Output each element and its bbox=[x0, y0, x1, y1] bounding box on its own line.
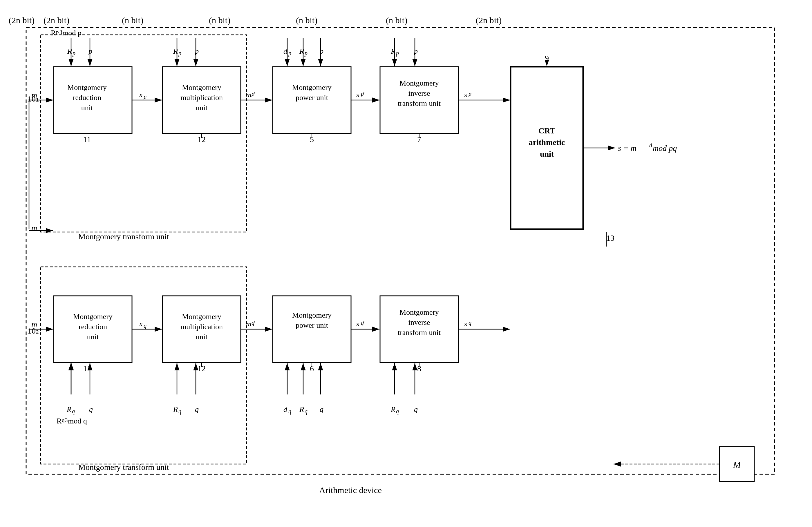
label-xq-sub: q bbox=[144, 323, 146, 329]
inverse-bot-label3: transform unit bbox=[398, 328, 441, 337]
multiplication-bot-label: Montgomery bbox=[182, 312, 221, 321]
crt-label3: unit bbox=[540, 149, 554, 158]
label-rp-top-red-sub: p bbox=[72, 50, 75, 57]
label-rq3-bot-sub: q bbox=[62, 417, 65, 423]
bit-label-2n-left1: (2n bit) bbox=[9, 15, 34, 25]
label-rp-top-inv: R bbox=[391, 47, 395, 55]
reduction-top-label3: unit bbox=[81, 104, 93, 112]
label-sq-prime-apos: ' bbox=[363, 320, 365, 328]
label-M: M bbox=[733, 459, 741, 470]
label-dp-top-sub: p bbox=[288, 50, 291, 57]
label-sq-prime: s bbox=[356, 320, 359, 328]
label-dp-top: d bbox=[284, 47, 288, 55]
multiplication-top-label: Montgomery bbox=[182, 83, 221, 92]
multiplication-top-label3: unit bbox=[196, 104, 208, 112]
crt-unit bbox=[511, 67, 583, 229]
label-mp-prime-apos: ' bbox=[254, 90, 256, 99]
label-rq-bot-pow-sub: q bbox=[305, 408, 307, 415]
diagram-container: (2n bit) (2n bit) (n bit) (n bit) (n bit… bbox=[0, 0, 812, 527]
reduction-bot-label2: reduction bbox=[78, 323, 107, 331]
label-q-bot-pow: q bbox=[320, 405, 323, 414]
label-rq-bot-mult-sub: q bbox=[178, 408, 181, 415]
label-rp-top-mult: R bbox=[173, 47, 178, 55]
label-output-exp: d bbox=[649, 142, 652, 148]
label-q-bot-inv: q bbox=[414, 405, 418, 414]
label-rq-bot-inv: R bbox=[391, 405, 395, 414]
label-mq-prime: m bbox=[246, 320, 251, 328]
label-q-bot-mult: q bbox=[195, 405, 199, 414]
label-transform-bot: Montgomery transform unit bbox=[78, 463, 169, 472]
label-rq3-bot: R bbox=[57, 417, 62, 425]
label-rp-top-inv-sub: p bbox=[395, 50, 399, 57]
label-xp: x bbox=[139, 90, 143, 99]
label-rq-bot-mult: R bbox=[173, 405, 178, 414]
bit-label-2n-left2: (2n bit) bbox=[44, 15, 69, 25]
label-rq3-bot-mod: mod q bbox=[68, 417, 87, 425]
num-13: 13 bbox=[606, 233, 614, 243]
label-mq-prime-apos: ' bbox=[254, 320, 256, 328]
label-xp-sub: p bbox=[143, 93, 146, 100]
power-bot-label: Montgomery bbox=[292, 311, 332, 319]
inverse-bot-label2: inverse bbox=[408, 318, 430, 326]
reduction-top-label: Montgomery bbox=[67, 83, 107, 92]
label-rq-bot-inv-sub: q bbox=[396, 408, 399, 415]
label-rp-top-pow: R bbox=[299, 47, 304, 55]
label-p-top-red: p bbox=[88, 47, 92, 55]
bit-label-n2: (n bit) bbox=[209, 15, 230, 25]
label-sp-prime-apos: ' bbox=[363, 90, 365, 99]
reduction-bot-label3: unit bbox=[87, 333, 99, 341]
label-xq: x bbox=[139, 320, 143, 328]
label-rp3-top: R bbox=[51, 29, 56, 37]
inverse-top-label: Montgomery bbox=[400, 79, 439, 87]
crt-label2: arithmetic bbox=[529, 138, 565, 147]
label-rp3-top-mod: mod p bbox=[62, 29, 82, 37]
label-transform-top: Montgomery transform unit bbox=[78, 232, 169, 241]
power-top-label: Montgomery bbox=[292, 83, 332, 92]
label-rp3-top-exp: 3 bbox=[59, 29, 62, 35]
label-mp-prime: m bbox=[246, 90, 251, 99]
label-m-bot: m bbox=[31, 320, 37, 329]
label-sp: s bbox=[464, 90, 467, 99]
label-rp3-top-sub: p bbox=[56, 29, 59, 35]
label-q-bot-red: q bbox=[89, 405, 93, 414]
inverse-top-label3: transform unit bbox=[398, 99, 441, 107]
inverse-bot-label: Montgomery bbox=[400, 308, 439, 317]
num-9: 9 bbox=[545, 54, 549, 63]
label-sp-prime: s bbox=[356, 90, 359, 99]
label-arithmetic-device: Arithmetic device bbox=[319, 485, 382, 495]
reduction-bot-label: Montgomery bbox=[73, 312, 113, 321]
label-p-top-inv: p bbox=[414, 47, 418, 55]
label-dq-bot-pow-sub: q bbox=[288, 408, 291, 415]
crt-label1: CRT bbox=[538, 126, 555, 135]
label-p-top-pow: p bbox=[319, 47, 323, 55]
label-m-left-top: m bbox=[31, 91, 37, 100]
label-rp-top-red: R bbox=[67, 47, 72, 55]
power-top-label2: power unit bbox=[295, 93, 329, 102]
label-rp-top-mult-sub: p bbox=[178, 50, 181, 57]
label-sp-sub: p bbox=[468, 90, 472, 97]
label-rq-bot-red-sub: q bbox=[72, 408, 75, 415]
label-rq-bot-red: R bbox=[67, 405, 71, 414]
label-output: s = m bbox=[618, 144, 637, 152]
power-bot-label2: power unit bbox=[295, 321, 329, 330]
multiplication-bot-label3: unit bbox=[196, 333, 208, 341]
multiplication-top-label2: multiplication bbox=[180, 93, 223, 102]
bit-label-n4: (n bit) bbox=[386, 15, 407, 25]
label-rq3-bot-exp: 3 bbox=[65, 417, 68, 423]
label-m-mid: m bbox=[31, 223, 37, 232]
bit-label-n3: (n bit) bbox=[296, 15, 317, 25]
label-p-top-mult: p bbox=[194, 47, 199, 55]
label-sq: s bbox=[464, 320, 467, 328]
label-rq-bot-pow: R bbox=[299, 405, 304, 414]
inverse-top-label2: inverse bbox=[408, 89, 430, 98]
label-rp-top-pow-sub: p bbox=[304, 50, 307, 57]
label-output-mod: mod pq bbox=[653, 144, 677, 152]
bit-label-2n-right: (2n bit) bbox=[476, 15, 502, 25]
bit-label-n1: (n bit) bbox=[122, 15, 143, 25]
reduction-top-label2: reduction bbox=[73, 93, 101, 102]
multiplication-bot-label2: multiplication bbox=[180, 323, 223, 331]
label-sq-sub: q bbox=[468, 320, 472, 326]
label-dq-bot-pow: d bbox=[284, 405, 288, 414]
